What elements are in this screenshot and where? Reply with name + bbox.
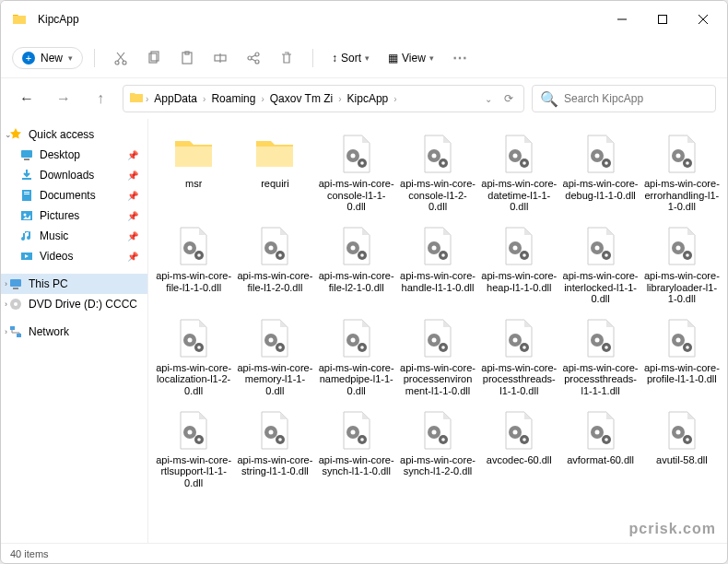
- sidebar-item-label: Videos: [40, 250, 73, 263]
- file-item[interactable]: api-ms-win-core-file-l1-1-0.dll: [154, 220, 233, 309]
- pin-icon: 📌: [127, 170, 138, 181]
- svg-point-93: [431, 337, 436, 342]
- view-button[interactable]: ▦ View ▾: [381, 48, 441, 68]
- folder-item[interactable]: requiri: [235, 128, 314, 217]
- sidebar-item-pictures[interactable]: Pictures📌: [1, 206, 147, 226]
- close-button[interactable]: [683, 5, 723, 34]
- svg-point-51: [686, 161, 689, 165]
- file-item[interactable]: api-ms-win-core-file-l1-2-0.dll: [235, 220, 314, 309]
- file-view[interactable]: msrrequiriapi-ms-win-core-console-l1-1-0…: [148, 119, 727, 543]
- file-item[interactable]: api-ms-win-core-console-l1-1-0.dll: [317, 128, 396, 217]
- dll-file-icon: [497, 408, 541, 452]
- svg-point-57: [269, 245, 274, 250]
- svg-point-91: [360, 346, 364, 349]
- dll-file-icon: [252, 316, 297, 360]
- file-item[interactable]: api-ms-win-core-heap-l1-1-0.dll: [479, 220, 558, 309]
- item-count: 40 items: [10, 548, 49, 559]
- svg-point-87: [279, 346, 283, 349]
- file-item[interactable]: api-ms-win-core-debug-l1-1-0.dll: [560, 128, 640, 217]
- back-button[interactable]: ←: [12, 84, 41, 113]
- sidebar-item-music[interactable]: Music📌: [1, 226, 147, 246]
- breadcrumb-segment[interactable]: Qaxov Tm Zi: [266, 90, 336, 107]
- file-name: api-ms-win-core-handle-l1-1-0.dll: [400, 270, 476, 293]
- svg-point-12: [255, 53, 259, 56]
- file-item[interactable]: api-ms-win-core-profile-l1-1-0.dll: [642, 312, 722, 401]
- breadcrumb[interactable]: › AppData › Roaming › Qaxov Tm Zi › Kipc…: [123, 85, 524, 112]
- svg-point-105: [675, 337, 680, 342]
- sidebar-item-label: Music: [40, 229, 68, 242]
- search-box[interactable]: 🔍: [532, 85, 716, 112]
- new-label: New: [41, 52, 63, 65]
- sidebar-this-pc[interactable]: › This PC: [1, 274, 147, 294]
- svg-point-117: [350, 429, 355, 434]
- svg-rect-20: [22, 190, 31, 201]
- chevron-right-icon: ›: [203, 94, 205, 104]
- search-input[interactable]: [564, 92, 708, 105]
- documents-icon: [19, 188, 34, 203]
- new-button[interactable]: + New ▾: [12, 47, 83, 69]
- file-item[interactable]: api-ms-win-core-libraryloader-l1-1-0.dll: [642, 220, 722, 309]
- folder-item[interactable]: msr: [154, 128, 233, 217]
- file-item[interactable]: avcodec-60.dll: [479, 405, 558, 493]
- chevron-right-icon: ›: [5, 327, 7, 336]
- minimize-button[interactable]: [602, 5, 642, 34]
- pc-icon: [8, 276, 23, 291]
- chevron-down-icon: ▾: [429, 53, 434, 63]
- dll-file-icon: [497, 224, 541, 268]
- file-item[interactable]: api-ms-win-core-datetime-l1-1-0.dll: [479, 128, 558, 217]
- sidebar-network[interactable]: › Network: [1, 322, 147, 342]
- file-item[interactable]: api-ms-win-core-namedpipe-l1-1-0.dll: [317, 312, 396, 401]
- sidebar-item-label: DVD Drive (D:) CCCC: [29, 298, 137, 311]
- sidebar-item-downloads[interactable]: Downloads📌: [1, 165, 147, 185]
- cut-button[interactable]: [106, 43, 135, 73]
- svg-point-49: [675, 154, 680, 159]
- breadcrumb-segment[interactable]: AppData: [150, 90, 201, 107]
- file-name: api-ms-win-core-file-l1-1-0.dll: [156, 270, 231, 293]
- forward-button[interactable]: →: [49, 84, 78, 113]
- chevron-down-icon: ▾: [68, 53, 73, 63]
- sidebar-item-desktop[interactable]: Desktop📌: [1, 145, 147, 165]
- sort-button[interactable]: ↕ Sort ▾: [324, 48, 377, 68]
- file-name: avcodec-60.dll: [487, 454, 552, 466]
- chevron-right-icon: ›: [261, 94, 264, 104]
- svg-point-123: [441, 438, 445, 441]
- svg-point-4: [115, 61, 119, 65]
- maximize-button[interactable]: [642, 5, 683, 34]
- file-item[interactable]: api-ms-win-core-processenvironment-l1-1-…: [398, 312, 477, 401]
- file-item[interactable]: api-ms-win-core-string-l1-1-0.dll: [235, 405, 314, 493]
- file-item[interactable]: avutil-58.dll: [642, 405, 722, 493]
- more-button[interactable]: ⋯: [445, 43, 475, 73]
- rename-button[interactable]: [205, 43, 235, 73]
- pin-icon: 📌: [127, 211, 138, 221]
- share-button[interactable]: [239, 43, 268, 73]
- copy-button[interactable]: [139, 43, 169, 73]
- up-button[interactable]: ↑: [86, 84, 115, 113]
- svg-rect-27: [13, 288, 18, 289]
- refresh-button[interactable]: ⟳: [499, 89, 518, 108]
- file-item[interactable]: api-ms-win-core-console-l1-2-0.dll: [398, 128, 477, 217]
- file-item[interactable]: api-ms-win-core-synch-l1-1-0.dll: [317, 405, 396, 493]
- file-item[interactable]: api-ms-win-core-synch-l1-2-0.dll: [398, 405, 477, 493]
- breadcrumb-segment[interactable]: KipcApp: [344, 90, 393, 107]
- file-item[interactable]: api-ms-win-core-rtlsupport-l1-1-0.dll: [154, 405, 233, 493]
- svg-rect-30: [10, 326, 15, 330]
- file-item[interactable]: api-ms-win-core-memory-l1-1-0.dll: [235, 312, 314, 401]
- sidebar-item-documents[interactable]: Documents📌: [1, 185, 147, 206]
- paste-button[interactable]: [172, 43, 202, 73]
- file-name: api-ms-win-core-synch-l1-1-0.dll: [319, 454, 394, 477]
- file-item[interactable]: api-ms-win-core-processthreads-l1-1-0.dl…: [479, 312, 558, 401]
- file-item[interactable]: avformat-60.dll: [560, 405, 640, 493]
- sidebar-item-videos[interactable]: Videos📌: [1, 246, 147, 266]
- file-item[interactable]: api-ms-win-core-processthreads-l1-1-1.dl…: [560, 312, 640, 401]
- file-item[interactable]: api-ms-win-core-handle-l1-1-0.dll: [398, 220, 477, 309]
- svg-point-77: [675, 245, 680, 250]
- sidebar-dvd[interactable]: › DVD Drive (D:) CCCC: [1, 294, 147, 314]
- delete-button[interactable]: [272, 43, 301, 73]
- file-item[interactable]: api-ms-win-core-file-l2-1-0.dll: [317, 220, 396, 309]
- file-item[interactable]: api-ms-win-core-localization-l1-2-0.dll: [154, 312, 233, 401]
- file-item[interactable]: api-ms-win-core-errorhandling-l1-1-0.dll: [642, 128, 722, 217]
- sidebar-quick-access[interactable]: ⌄ Quick access: [1, 124, 147, 145]
- breadcrumb-segment[interactable]: Roaming: [207, 90, 259, 107]
- file-item[interactable]: api-ms-win-core-interlocked-l1-1-0.dll: [560, 220, 640, 309]
- dropdown-button[interactable]: ⌄: [479, 89, 498, 108]
